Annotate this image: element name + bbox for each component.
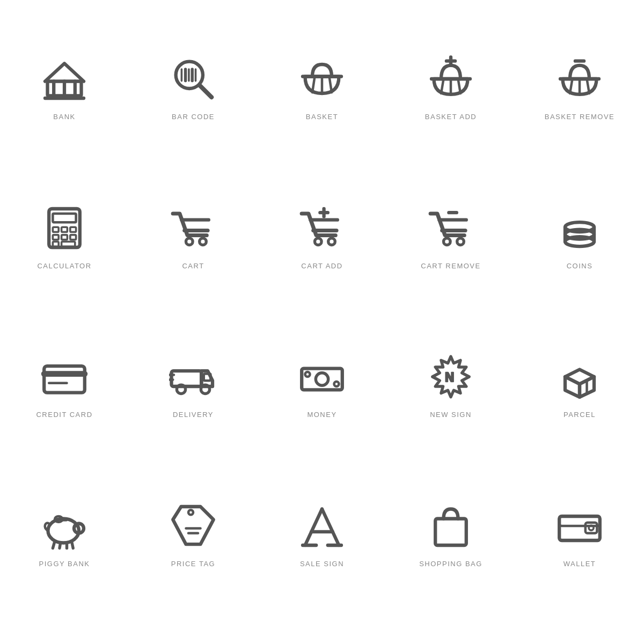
icon-cell-price-tag: PRICE TAG <box>129 458 258 607</box>
parcel-icon <box>555 353 604 401</box>
icon-cell-new-sign: N NEW SIGN <box>386 309 515 458</box>
icon-cell-piggy-bank: PIGGY BANK <box>0 458 129 607</box>
icon-cell-bank: BANK <box>0 11 129 160</box>
svg-rect-61 <box>204 374 211 381</box>
svg-rect-33 <box>62 235 68 239</box>
icon-cell-coins: COINS <box>515 160 644 309</box>
svg-line-82 <box>72 541 74 548</box>
svg-rect-28 <box>53 214 76 222</box>
svg-line-87 <box>305 509 323 545</box>
credit-card-label: CREDIT CARD <box>36 411 92 419</box>
shopping-bag-icon <box>427 502 475 550</box>
svg-point-96 <box>589 525 594 530</box>
piggy-bank-icon <box>40 502 89 550</box>
cart-add-label: CART ADD <box>301 262 342 270</box>
icon-cell-basket-remove: BASKET REMOVE <box>515 11 644 160</box>
svg-rect-95 <box>586 522 597 533</box>
new-sign-label: NEW SIGN <box>430 411 472 419</box>
icon-cell-parcel: PARCEL <box>515 309 644 458</box>
svg-rect-57 <box>44 366 85 393</box>
basket-remove-icon <box>555 55 604 103</box>
svg-text:N: N <box>445 370 454 384</box>
icon-cell-money: MONEY <box>258 309 386 458</box>
svg-rect-32 <box>53 235 58 239</box>
icon-cell-cart-remove: CART REMOVE <box>386 160 515 309</box>
money-label: MONEY <box>307 411 336 419</box>
svg-point-69 <box>334 382 339 386</box>
bar-code-icon <box>169 55 217 103</box>
icon-cell-delivery: DELIVERY <box>129 309 258 458</box>
sale-sign-label: SALE SIGN <box>300 560 344 568</box>
new-sign-icon: N <box>427 353 475 401</box>
calculator-icon <box>40 204 89 252</box>
svg-point-63 <box>201 385 209 394</box>
svg-line-19 <box>458 79 461 93</box>
svg-rect-35 <box>53 241 58 246</box>
wallet-icon <box>555 502 604 550</box>
svg-line-6 <box>200 85 212 98</box>
icon-cell-credit-card: CREDIT CARD <box>0 309 129 458</box>
icon-grid: BANK BAR CODE <box>0 0 644 617</box>
svg-point-49 <box>444 238 451 245</box>
delivery-icon <box>169 353 217 401</box>
basket-remove-label: BASKET REMOVE <box>545 113 615 121</box>
icon-cell-basket-add: BASKET ADD <box>386 11 515 160</box>
svg-rect-31 <box>70 227 76 232</box>
svg-line-17 <box>441 79 444 93</box>
bank-label: BANK <box>53 113 75 121</box>
cart-remove-icon <box>427 204 475 252</box>
credit-card-icon <box>40 353 89 401</box>
delivery-label: DELIVERY <box>173 411 214 419</box>
icon-cell-cart-add: CART ADD <box>258 160 386 309</box>
icon-cell-wallet: WALLET <box>515 458 644 607</box>
svg-line-88 <box>322 509 339 545</box>
svg-line-13 <box>312 77 315 93</box>
money-icon <box>298 353 346 401</box>
basket-add-icon <box>427 55 475 103</box>
svg-point-43 <box>315 238 322 245</box>
shopping-bag-label: SHOPPING BAG <box>419 560 482 568</box>
calculator-label: CALCULATOR <box>37 262 91 270</box>
cart-label: CART <box>182 262 204 270</box>
icon-cell-basket: BASKET <box>258 11 386 160</box>
bank-icon <box>40 55 89 103</box>
sale-sign-icon <box>298 502 346 550</box>
svg-line-80 <box>60 542 61 548</box>
icon-cell-calculator: CALCULATOR <box>0 160 129 309</box>
svg-line-79 <box>53 541 55 548</box>
svg-rect-60 <box>172 371 202 386</box>
price-tag-label: PRICE TAG <box>171 560 215 568</box>
svg-marker-71 <box>565 370 594 384</box>
cart-icon <box>169 204 217 252</box>
basket-icon <box>298 55 346 103</box>
svg-point-67 <box>316 373 328 385</box>
svg-rect-29 <box>53 227 58 232</box>
icon-cell-bar-code: BAR CODE <box>129 11 258 160</box>
parcel-label: PARCEL <box>564 411 596 419</box>
icon-cell-shopping-bag: SHOPPING BAG <box>386 458 515 607</box>
icon-cell-cart: CART <box>129 160 258 309</box>
svg-point-44 <box>328 238 335 245</box>
svg-point-62 <box>177 385 185 394</box>
svg-point-54 <box>565 222 594 232</box>
svg-line-23 <box>570 79 573 93</box>
svg-line-25 <box>587 79 590 93</box>
svg-rect-30 <box>62 227 68 232</box>
cart-add-icon <box>298 204 346 252</box>
svg-point-40 <box>200 238 207 245</box>
svg-point-50 <box>457 238 464 245</box>
svg-point-68 <box>305 372 310 377</box>
cart-remove-label: CART REMOVE <box>421 262 480 270</box>
icon-cell-sale-sign: SALE SIGN <box>258 458 386 607</box>
wallet-label: WALLET <box>564 560 596 568</box>
price-tag-icon <box>169 502 217 550</box>
coins-label: COINS <box>567 262 593 270</box>
svg-line-15 <box>330 77 332 93</box>
svg-point-78 <box>74 525 76 527</box>
svg-marker-72 <box>565 377 580 397</box>
svg-rect-92 <box>435 518 466 545</box>
svg-point-39 <box>186 238 193 245</box>
basket-add-label: BASKET ADD <box>425 113 477 121</box>
svg-rect-34 <box>70 235 76 239</box>
basket-label: BASKET <box>306 113 338 121</box>
